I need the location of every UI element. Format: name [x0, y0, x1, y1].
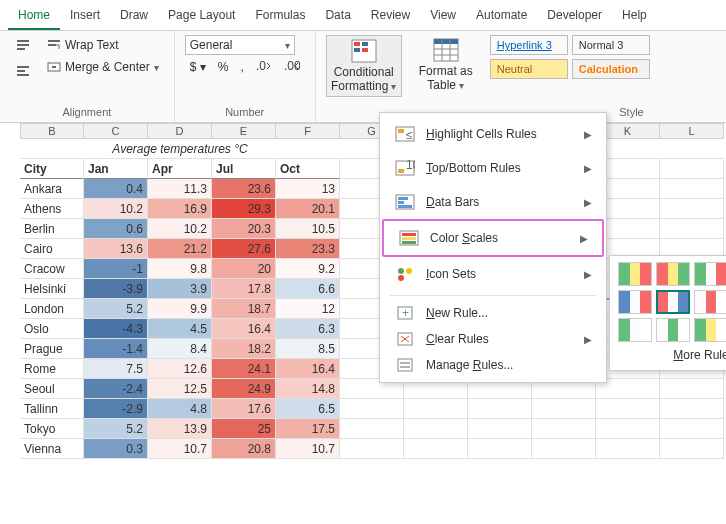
- city-cell[interactable]: Seoul: [20, 379, 84, 399]
- data-cell[interactable]: 10.2: [148, 219, 212, 239]
- city-cell[interactable]: Vienna: [20, 439, 84, 459]
- percent-button[interactable]: %: [213, 57, 234, 77]
- tab-draw[interactable]: Draw: [110, 4, 158, 30]
- data-cell[interactable]: 8.4: [148, 339, 212, 359]
- style-neutral[interactable]: Neutral: [490, 59, 568, 79]
- more-rules-button[interactable]: More Rules...: [618, 342, 726, 364]
- data-cell[interactable]: 16.9: [148, 199, 212, 219]
- currency-button[interactable]: $ ▾: [185, 57, 211, 77]
- data-cell[interactable]: -1: [84, 259, 148, 279]
- tab-data[interactable]: Data: [315, 4, 360, 30]
- city-cell[interactable]: Tallinn: [20, 399, 84, 419]
- menu-icon-sets[interactable]: Icon Sets▶: [380, 257, 606, 291]
- data-cell[interactable]: 18.7: [212, 299, 276, 319]
- data-cell[interactable]: 20.1: [276, 199, 340, 219]
- data-cell[interactable]: -2.4: [84, 379, 148, 399]
- style-hyperlink[interactable]: Hyperlink 3: [490, 35, 568, 55]
- comma-button[interactable]: ,: [235, 57, 248, 77]
- col-header[interactable]: B: [20, 123, 84, 139]
- data-cell[interactable]: 6.6: [276, 279, 340, 299]
- tab-developer[interactable]: Developer: [537, 4, 612, 30]
- city-cell[interactable]: Rome: [20, 359, 84, 379]
- tab-home[interactable]: Home: [8, 4, 60, 30]
- city-cell[interactable]: Athens: [20, 199, 84, 219]
- table-header[interactable]: Oct: [276, 159, 340, 179]
- city-cell[interactable]: Ankara: [20, 179, 84, 199]
- tab-automate[interactable]: Automate: [466, 4, 537, 30]
- data-cell[interactable]: 10.7: [148, 439, 212, 459]
- data-cell[interactable]: 9.8: [148, 259, 212, 279]
- data-cell[interactable]: 23.6: [212, 179, 276, 199]
- city-cell[interactable]: Berlin: [20, 219, 84, 239]
- data-cell[interactable]: 6.5: [276, 399, 340, 419]
- data-cell[interactable]: -4.3: [84, 319, 148, 339]
- data-cell[interactable]: 3.9: [148, 279, 212, 299]
- color-scale-option[interactable]: [618, 290, 652, 314]
- col-header[interactable]: C: [84, 123, 148, 139]
- menu-color-scales[interactable]: Color Scales▶: [382, 219, 604, 257]
- table-header[interactable]: Jul: [212, 159, 276, 179]
- color-scale-option[interactable]: [694, 290, 726, 314]
- style-normal[interactable]: Normal 3: [572, 35, 650, 55]
- tab-help[interactable]: Help: [612, 4, 657, 30]
- city-cell[interactable]: Tokyo: [20, 419, 84, 439]
- data-cell[interactable]: 0.6: [84, 219, 148, 239]
- data-cell[interactable]: -2.9: [84, 399, 148, 419]
- data-cell[interactable]: 13.9: [148, 419, 212, 439]
- data-cell[interactable]: 13.6: [84, 239, 148, 259]
- decrease-decimal-button[interactable]: .00: [279, 57, 305, 77]
- data-cell[interactable]: 13: [276, 179, 340, 199]
- data-cell[interactable]: 25: [212, 419, 276, 439]
- data-cell[interactable]: 12.5: [148, 379, 212, 399]
- data-cell[interactable]: 14.8: [276, 379, 340, 399]
- city-cell[interactable]: Prague: [20, 339, 84, 359]
- increase-decimal-button[interactable]: .0: [251, 57, 277, 77]
- data-cell[interactable]: 8.5: [276, 339, 340, 359]
- data-cell[interactable]: 10.7: [276, 439, 340, 459]
- data-cell[interactable]: 20.3: [212, 219, 276, 239]
- merge-center-button[interactable]: Merge & Center▾: [42, 57, 164, 77]
- color-scale-option[interactable]: [694, 262, 726, 286]
- data-cell[interactable]: 20.8: [212, 439, 276, 459]
- data-cell[interactable]: 11.3: [148, 179, 212, 199]
- color-scale-option[interactable]: [656, 262, 690, 286]
- color-scale-option[interactable]: [656, 318, 690, 342]
- col-header[interactable]: L: [660, 123, 724, 139]
- data-cell[interactable]: 17.5: [276, 419, 340, 439]
- conditional-formatting-button[interactable]: Conditional Formatting ▾: [326, 35, 402, 97]
- city-cell[interactable]: Cairo: [20, 239, 84, 259]
- menu-clear-rules[interactable]: Clear Rules▶: [380, 326, 606, 352]
- tab-review[interactable]: Review: [361, 4, 420, 30]
- data-cell[interactable]: 24.1: [212, 359, 276, 379]
- data-cell[interactable]: 17.6: [212, 399, 276, 419]
- data-cell[interactable]: 12: [276, 299, 340, 319]
- data-cell[interactable]: 6.3: [276, 319, 340, 339]
- color-scale-option[interactable]: [694, 318, 726, 342]
- number-format-select[interactable]: General▾: [185, 35, 295, 55]
- menu-top-bottom[interactable]: 10Top/Bottom Rules▶: [380, 151, 606, 185]
- data-cell[interactable]: 9.9: [148, 299, 212, 319]
- menu-manage-rules[interactable]: Manage Rules...: [380, 352, 606, 378]
- data-cell[interactable]: 5.2: [84, 299, 148, 319]
- city-cell[interactable]: Cracow: [20, 259, 84, 279]
- data-cell[interactable]: 4.5: [148, 319, 212, 339]
- wrap-text-button[interactable]: Wrap Text: [42, 35, 164, 55]
- data-cell[interactable]: 16.4: [212, 319, 276, 339]
- tab-page-layout[interactable]: Page Layout: [158, 4, 245, 30]
- city-cell[interactable]: London: [20, 299, 84, 319]
- color-scale-option[interactable]: [618, 318, 652, 342]
- col-header[interactable]: D: [148, 123, 212, 139]
- data-cell[interactable]: 10.5: [276, 219, 340, 239]
- data-cell[interactable]: 17.8: [212, 279, 276, 299]
- align-left-button[interactable]: [10, 59, 36, 81]
- menu-new-rule[interactable]: +New Rule...: [380, 300, 606, 326]
- data-cell[interactable]: 27.6: [212, 239, 276, 259]
- data-cell[interactable]: 18.2: [212, 339, 276, 359]
- data-cell[interactable]: 16.4: [276, 359, 340, 379]
- table-header[interactable]: City: [20, 159, 84, 179]
- align-top-button[interactable]: [10, 35, 36, 57]
- table-header[interactable]: Apr: [148, 159, 212, 179]
- data-cell[interactable]: -1.4: [84, 339, 148, 359]
- data-cell[interactable]: 21.2: [148, 239, 212, 259]
- style-calculation[interactable]: Calculation: [572, 59, 650, 79]
